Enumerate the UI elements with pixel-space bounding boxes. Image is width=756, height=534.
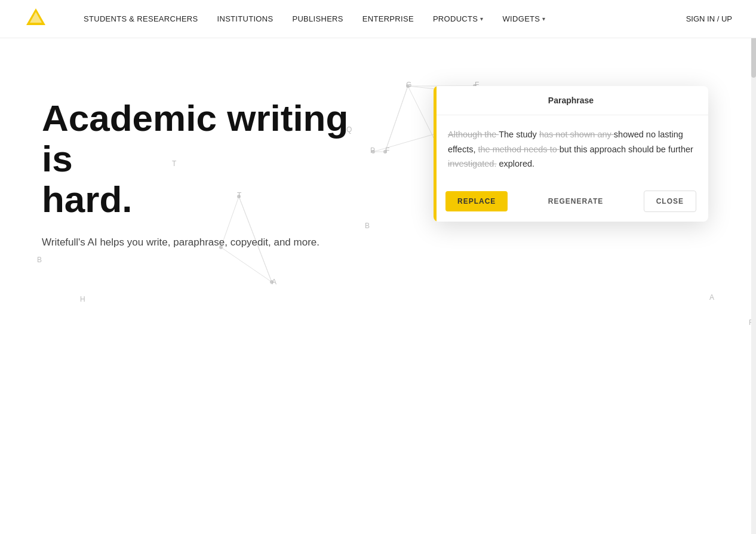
- svg-point-27: [406, 84, 410, 88]
- nav-institutions[interactable]: INSTITUTIONS: [217, 14, 273, 23]
- chevron-down-icon: ▾: [480, 16, 483, 22]
- original-text-strikethrough-3: the method needs to: [478, 145, 560, 154]
- svg-text:H: H: [80, 295, 85, 303]
- nav-publishers[interactable]: PUBLISHERS: [292, 14, 343, 23]
- svg-text:B: B: [37, 256, 42, 264]
- nav-enterprise[interactable]: ENTERPRISE: [362, 14, 414, 23]
- chevron-down-icon: ▾: [542, 16, 545, 22]
- paraphrase-text: The study: [499, 130, 539, 139]
- svg-text:F: F: [385, 146, 389, 155]
- svg-line-4: [385, 86, 408, 152]
- paraphrase-text-3: but this approach should be further: [560, 145, 693, 154]
- navigation: STUDENTS & RESEARCHERS INSTITUTIONS PUBL…: [0, 0, 756, 38]
- hero-title: Academic writing is hard.: [42, 98, 376, 220]
- svg-text:A: A: [709, 293, 714, 302]
- svg-point-38: [270, 280, 273, 284]
- hero-subtitle: Writefull's AI helps you write, paraphra…: [42, 235, 376, 250]
- svg-line-7: [385, 86, 408, 152]
- popup-footer: REPLACE REGENERATE CLOSE: [434, 183, 708, 222]
- nav-links: STUDENTS & RESEARCHERS INSTITUTIONS PUBL…: [84, 14, 686, 23]
- close-button[interactable]: CLOSE: [644, 191, 696, 212]
- original-text-strikethrough: Although the: [448, 130, 499, 139]
- logo[interactable]: [24, 6, 48, 32]
- original-text-strikethrough-4: investigated.: [448, 159, 496, 168]
- popup-body: Although the The study has not shown any…: [434, 115, 708, 183]
- svg-line-17: [221, 247, 272, 282]
- nav-students[interactable]: STUDENTS & RESEARCHERS: [84, 14, 198, 23]
- scrollbar[interactable]: [751, 0, 756, 534]
- svg-point-30: [383, 150, 387, 154]
- hero-content: Academic writing is hard. Writefull's AI…: [42, 98, 376, 250]
- replace-button[interactable]: REPLACE: [445, 191, 508, 211]
- paraphrase-popup: Paraphrase Although the The study has no…: [434, 86, 708, 222]
- hero-section: S Q T T B H A B G F P F Y M M M N D A F …: [0, 38, 756, 385]
- nav-products[interactable]: PRODUCTS ▾: [433, 14, 484, 23]
- original-text-strikethrough-2: has not shown any: [539, 130, 614, 139]
- paraphrase-text-4: explored.: [496, 159, 534, 168]
- testimonials-section: Your software is absolutely fantastic an…: [0, 528, 756, 534]
- signin-link[interactable]: SIGN IN / UP: [686, 14, 732, 23]
- nav-widgets[interactable]: WIDGETS ▾: [503, 14, 546, 23]
- svg-text:A: A: [272, 278, 276, 286]
- popup-header: Paraphrase: [434, 86, 708, 115]
- popup-accent-bar: [434, 86, 437, 222]
- svg-text:G: G: [406, 81, 411, 89]
- regenerate-button[interactable]: REGENERATE: [548, 197, 603, 205]
